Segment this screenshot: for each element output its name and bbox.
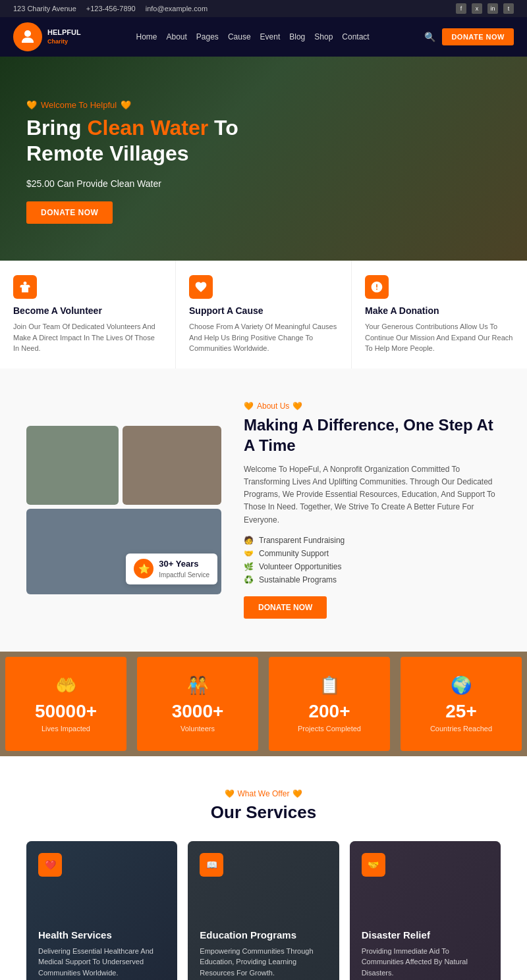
- stat-item-2: 📋 200+ Projects Completed: [269, 657, 390, 751]
- service-card-content-0: ❤️ Health Services Delivering Essential …: [26, 841, 177, 980]
- stat-item-3: 🌍 25+ Countries Reached: [401, 657, 522, 751]
- feature-card-donation: Make A Donation Your Generous Contributi…: [352, 261, 527, 369]
- nav-pages[interactable]: Pages: [196, 32, 219, 41]
- stats-section: 🤲 50000+ Lives Impacted 🧑‍🤝‍🧑 3000+ Volu…: [0, 652, 527, 756]
- years-badge-icon: ⭐: [134, 559, 153, 579]
- years-badge: ⭐ 30+ Years Impactful Service: [126, 554, 217, 584]
- hero-welcome: 🧡 Welcome To Helpful 🧡: [26, 100, 277, 110]
- stat-label-3: Countries Reached: [414, 725, 509, 733]
- services-section: 🧡 What We Offer 🧡 Our Services ❤️ Health…: [0, 756, 527, 980]
- volunteer-icon: [13, 275, 37, 299]
- service-card-1: 📖 Education Programs Empowering Communit…: [188, 841, 339, 980]
- nav-blog[interactable]: Blog: [289, 32, 305, 41]
- nav-shop[interactable]: Shop: [314, 32, 333, 41]
- stat-number-0: 50000+: [18, 701, 113, 722]
- about-section: ⭐ 30+ Years Impactful Service 🧡 About Us…: [0, 369, 527, 652]
- stat-item-0: 🤲 50000+ Lives Impacted: [5, 657, 126, 751]
- svg-point-0: [24, 30, 31, 37]
- top-bar: 123 Charity Avenue +123-456-7890 info@ex…: [0, 0, 527, 17]
- stat-label-2: Projects Completed: [282, 725, 377, 733]
- about-donate-button[interactable]: DONATE NOW: [244, 596, 327, 619]
- years-badge-text: 30+ Years Impactful Service: [159, 559, 209, 579]
- service-card-2: 🤝 Disaster Relief Providing Immediate Ai…: [350, 841, 501, 980]
- service-title-1: Education Programs: [200, 929, 327, 941]
- about-list-item-3: Sustainable Programs: [244, 575, 501, 584]
- service-title-0: Health Services: [38, 929, 165, 941]
- feature-cards: Become A Volunteer Join Our Team Of Dedi…: [0, 261, 527, 369]
- feature-card-title-2: Make A Donation: [365, 305, 514, 316]
- service-title-2: Disaster Relief: [362, 929, 489, 941]
- search-icon[interactable]: 🔍: [424, 32, 435, 42]
- stat-number-2: 200+: [282, 701, 377, 722]
- navbar: HELPFUL Charity Home About Pages Cause E…: [0, 17, 527, 57]
- service-desc-1: Empowering Communities Through Education…: [200, 946, 327, 979]
- stat-icon-1: 🧑‍🤝‍🧑: [150, 675, 245, 696]
- stat-label-1: Volunteers: [150, 725, 245, 733]
- nav-event[interactable]: Event: [260, 32, 281, 41]
- about-list-item-0: Transparent Fundraising: [244, 536, 501, 545]
- feature-card-cause: Support A Cause Choose From A Variety Of…: [176, 261, 352, 369]
- about-list-item-1: Community Support: [244, 549, 501, 558]
- services-grid: ❤️ Health Services Delivering Essential …: [26, 841, 501, 980]
- nav-right: 🔍 DONATE NOW: [424, 28, 514, 45]
- feature-card-desc-1: Choose From A Variety Of Meaningful Caus…: [189, 321, 338, 354]
- nav-home[interactable]: Home: [136, 32, 157, 41]
- cause-icon: [189, 275, 213, 299]
- logo[interactable]: HELPFUL Charity: [13, 22, 81, 51]
- service-card-0: ❤️ Health Services Delivering Essential …: [26, 841, 177, 980]
- service-card-content-2: 🤝 Disaster Relief Providing Immediate Ai…: [350, 841, 501, 980]
- hero-title: Bring Clean Water To Remote Villages: [26, 115, 277, 166]
- about-img-top-right: [123, 426, 221, 505]
- stat-icon-2: 📋: [282, 675, 377, 696]
- feature-card-title-0: Become A Volunteer: [13, 305, 162, 316]
- nav-links: Home About Pages Cause Event Blog Shop C…: [136, 32, 369, 41]
- linkedin-icon[interactable]: t: [503, 3, 514, 14]
- stat-item-1: 🧑‍🤝‍🧑 3000+ Volunteers: [137, 657, 258, 751]
- services-tag: 🧡 What We Offer 🧡: [26, 789, 501, 798]
- about-img-top-left: [26, 426, 119, 505]
- service-icon-0: ❤️: [38, 853, 62, 877]
- service-desc-2: Providing Immediate Aid To Communities A…: [362, 946, 489, 979]
- feature-card-title-1: Support A Cause: [189, 305, 338, 316]
- feature-card-volunteer: Become A Volunteer Join Our Team Of Dedi…: [0, 261, 176, 369]
- service-icon-2: 🤝: [362, 853, 385, 877]
- service-card-content-1: 📖 Education Programs Empowering Communit…: [188, 841, 339, 980]
- phone: +123-456-7890: [86, 5, 136, 13]
- nav-donate-button[interactable]: DONATE NOW: [442, 28, 514, 45]
- nav-cause[interactable]: Cause: [228, 32, 251, 41]
- facebook-icon[interactable]: f: [456, 3, 466, 14]
- about-desc: Welcome To HopeFul, A Nonprofit Organiza…: [244, 463, 501, 527]
- services-title: Our Services: [26, 802, 501, 823]
- nav-about[interactable]: About: [166, 32, 186, 41]
- service-icon-1: 📖: [200, 853, 223, 877]
- about-images: ⭐ 30+ Years Impactful Service: [26, 426, 224, 594]
- top-bar-contact: 123 Charity Avenue +123-456-7890 info@ex…: [13, 5, 208, 13]
- about-tag: 🧡 About Us 🧡: [244, 401, 501, 411]
- stat-icon-0: 🤲: [18, 675, 113, 696]
- email: info@example.com: [146, 5, 208, 13]
- twitter-icon[interactable]: x: [472, 3, 482, 14]
- feature-card-desc-0: Join Our Team Of Dedicated Volunteers An…: [13, 321, 162, 354]
- about-title: Making A Difference, One Step At A Time: [244, 415, 501, 455]
- donation-icon: [365, 275, 389, 299]
- hero-donate-button[interactable]: DONATE NOW: [26, 201, 113, 224]
- logo-icon: [13, 22, 42, 51]
- about-list-item-2: Volunteer Opportunities: [244, 562, 501, 571]
- hero-content: 🧡 Welcome To Helpful 🧡 Bring Clean Water…: [26, 100, 277, 224]
- hero-price: $25.00 Can Provide Clean Water: [26, 174, 277, 191]
- service-desc-0: Delivering Essential Healthcare And Medi…: [38, 946, 165, 979]
- nav-contact[interactable]: Contact: [342, 32, 369, 41]
- stat-icon-3: 🌍: [414, 675, 509, 696]
- top-bar-social[interactable]: f x in t: [456, 3, 514, 14]
- about-list: Transparent Fundraising Community Suppor…: [244, 536, 501, 584]
- address: 123 Charity Avenue: [13, 5, 76, 13]
- stat-number-1: 3000+: [150, 701, 245, 722]
- instagram-icon[interactable]: in: [487, 3, 498, 14]
- about-content: 🧡 About Us 🧡 Making A Difference, One St…: [244, 401, 501, 619]
- stat-number-3: 25+: [414, 701, 509, 722]
- feature-card-desc-2: Your Generous Contributions Allow Us To …: [365, 321, 514, 354]
- logo-text: HELPFUL Charity: [47, 28, 81, 45]
- stat-label-0: Lives Impacted: [18, 725, 113, 733]
- hero-section: 🧡 Welcome To Helpful 🧡 Bring Clean Water…: [0, 57, 527, 261]
